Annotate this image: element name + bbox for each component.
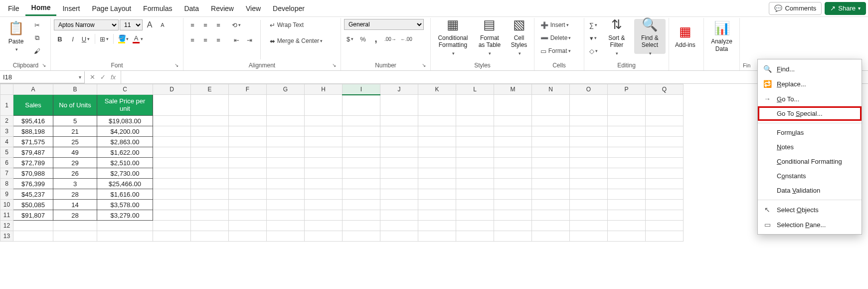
cell[interactable]: 21: [53, 126, 97, 137]
cell[interactable]: [456, 137, 494, 147]
cell[interactable]: $45,237: [13, 189, 53, 200]
insert-cells-button[interactable]: ➕ Insert▾: [537, 19, 572, 31]
tab-review[interactable]: Review: [205, 1, 240, 15]
cell[interactable]: [267, 179, 305, 189]
cell[interactable]: [153, 189, 191, 200]
align-middle-button[interactable]: ≡: [199, 19, 211, 31]
cell[interactable]: [646, 116, 684, 126]
cell[interactable]: [532, 168, 570, 179]
col-header-H[interactable]: H: [305, 84, 343, 95]
cell[interactable]: [608, 189, 646, 200]
autosum-button[interactable]: ∑▾: [587, 19, 599, 31]
cell[interactable]: [456, 95, 494, 116]
cell[interactable]: [418, 200, 456, 210]
cell[interactable]: Sales: [13, 95, 53, 116]
cell[interactable]: $1,616.00: [97, 189, 153, 200]
cell[interactable]: [153, 200, 191, 210]
cell[interactable]: $71,575: [13, 137, 53, 147]
cell[interactable]: [570, 168, 608, 179]
cell[interactable]: [229, 231, 267, 242]
col-header-Q[interactable]: Q: [646, 84, 684, 95]
cell[interactable]: [494, 179, 532, 189]
cell[interactable]: [456, 116, 494, 126]
col-header-N[interactable]: N: [532, 84, 570, 95]
cell[interactable]: $3,279.00: [97, 210, 153, 221]
menu-selection-pane[interactable]: ▭ Selection Pane...: [758, 217, 862, 232]
tab-insert[interactable]: Insert: [56, 1, 86, 15]
number-format-select[interactable]: General: [344, 19, 424, 30]
cell[interactable]: [343, 168, 380, 179]
cell[interactable]: [380, 221, 418, 231]
cell[interactable]: [380, 116, 418, 126]
fill-button[interactable]: ▾▾: [587, 32, 599, 44]
cell[interactable]: [229, 95, 267, 116]
cell[interactable]: [532, 231, 570, 242]
cell[interactable]: [608, 168, 646, 179]
cell[interactable]: [305, 126, 343, 137]
align-right-button[interactable]: ≡: [212, 34, 224, 46]
cell[interactable]: [608, 126, 646, 137]
cell[interactable]: [305, 158, 343, 168]
cell[interactable]: [343, 189, 380, 200]
row-header[interactable]: 11: [0, 210, 13, 221]
cell[interactable]: [456, 158, 494, 168]
cell[interactable]: [343, 210, 380, 221]
cell[interactable]: [646, 95, 684, 116]
cell[interactable]: [494, 158, 532, 168]
col-header-K[interactable]: K: [418, 84, 456, 95]
bold-button[interactable]: B: [54, 33, 66, 45]
conditional-formatting-button[interactable]: ▦ Conditional Formatting▾: [434, 19, 472, 54]
cell[interactable]: [646, 231, 684, 242]
align-bottom-button[interactable]: ≡: [212, 19, 224, 31]
cell[interactable]: [456, 210, 494, 221]
cell[interactable]: [570, 137, 608, 147]
cell[interactable]: [570, 158, 608, 168]
cell[interactable]: [608, 158, 646, 168]
cell[interactable]: [418, 231, 456, 242]
row-header[interactable]: 8: [0, 179, 13, 189]
font-name-select[interactable]: Aptos Narrow: [54, 19, 119, 30]
percent-button[interactable]: %: [357, 33, 369, 45]
cell[interactable]: [418, 189, 456, 200]
cell[interactable]: $2,510.00: [97, 158, 153, 168]
tab-file[interactable]: File: [2, 1, 25, 15]
cell[interactable]: [456, 231, 494, 242]
cell[interactable]: [343, 158, 380, 168]
cell[interactable]: $79,487: [13, 147, 53, 158]
cell[interactable]: [570, 210, 608, 221]
cell[interactable]: [608, 179, 646, 189]
cell[interactable]: [532, 221, 570, 231]
number-launcher[interactable]: ↘: [420, 62, 427, 69]
cell[interactable]: $2,863.00: [97, 137, 153, 147]
cell[interactable]: [380, 200, 418, 210]
cell[interactable]: [494, 126, 532, 137]
orientation-button[interactable]: ⟲▾: [230, 19, 242, 31]
cell[interactable]: [267, 147, 305, 158]
cell[interactable]: [229, 210, 267, 221]
worksheet-grid[interactable]: A B C D E F G H I J K L M N O P Q 1Sales…: [0, 84, 868, 242]
col-header-J[interactable]: J: [380, 84, 418, 95]
cell[interactable]: [418, 95, 456, 116]
clipboard-launcher[interactable]: ↘: [40, 62, 47, 69]
cell[interactable]: [267, 221, 305, 231]
cell[interactable]: [191, 95, 229, 116]
cell[interactable]: [267, 231, 305, 242]
cell[interactable]: 25: [53, 137, 97, 147]
cell[interactable]: [646, 200, 684, 210]
cell[interactable]: [570, 116, 608, 126]
menu-select-objects[interactable]: ↖ Select Objects: [758, 202, 862, 217]
cell[interactable]: [380, 231, 418, 242]
cell[interactable]: [608, 200, 646, 210]
cell[interactable]: [494, 147, 532, 158]
paste-button[interactable]: 📋 Paste ▾: [4, 19, 28, 54]
cell[interactable]: [380, 168, 418, 179]
menu-data-validation[interactable]: Data Validation: [758, 183, 862, 198]
cell[interactable]: [570, 231, 608, 242]
cell[interactable]: [343, 179, 380, 189]
format-painter-button[interactable]: 🖌: [31, 45, 43, 57]
cell[interactable]: [532, 147, 570, 158]
cell[interactable]: [153, 210, 191, 221]
cell[interactable]: $76,399: [13, 179, 53, 189]
cell[interactable]: [191, 158, 229, 168]
cell[interactable]: [380, 189, 418, 200]
